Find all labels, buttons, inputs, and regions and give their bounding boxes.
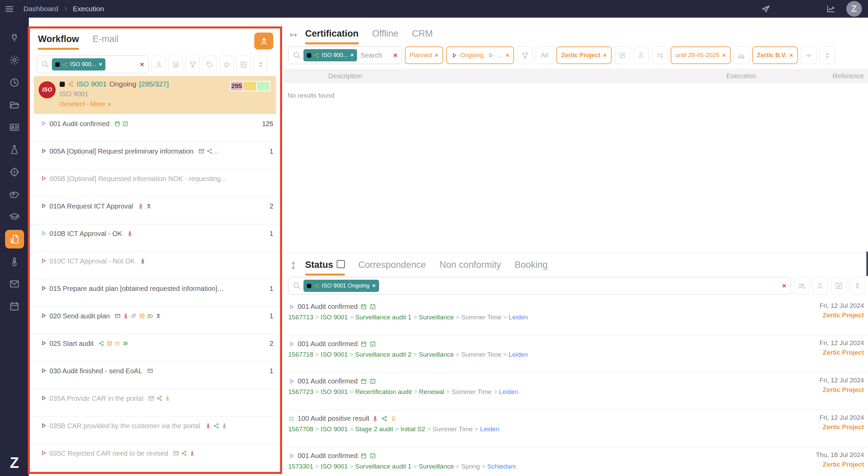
filter-button-trophy[interactable]	[517, 46, 533, 64]
workflow-row[interactable]: 005B [Optional] Requested information NO…	[30, 170, 280, 197]
remove-tag-icon[interactable]: ×	[372, 282, 376, 289]
menu-icon[interactable]	[5, 4, 14, 14]
sidebar-item-folder[interactable]	[5, 96, 24, 114]
breadcrumb-link[interactable]: Leiden	[509, 351, 528, 358]
sidebar-item-handshake[interactable]	[5, 185, 24, 204]
status-row[interactable]: 001 Audit confirmed1567723 > ISO 9001 > …	[284, 373, 868, 410]
filter-button-car[interactable]	[734, 46, 749, 64]
workflow-row[interactable]: 015 Prepare audit plan [obtained request…	[30, 279, 280, 307]
remove-filter-icon[interactable]: ×	[435, 52, 438, 59]
workflow-row[interactable]: 001 Audit confirmed125	[30, 115, 280, 142]
more-caret-icon[interactable]: ▼	[107, 102, 112, 107]
vertical-scrollbar[interactable]	[866, 252, 868, 276]
workflow-row[interactable]: 035B CAR provided by the customer via th…	[30, 417, 280, 444]
tab-workflow[interactable]: Workflow	[38, 34, 79, 50]
filter-button-person[interactable]	[633, 46, 649, 64]
workflow-row[interactable]: 025 Start audit2	[30, 334, 280, 362]
breadcrumb-link[interactable]: ISO 9001	[321, 314, 348, 321]
breadcrumb-link[interactable]: Spring	[461, 463, 480, 470]
filter-chip[interactable]: until 28-05-2025×	[671, 46, 731, 64]
breadcrumb-link[interactable]: Summer Time	[461, 314, 501, 321]
breadcrumb-link[interactable]: Surveillance audit 2	[355, 351, 412, 358]
tab-correspondence[interactable]: Correspondence	[358, 260, 426, 274]
status-row-project[interactable]: Zertic Project	[820, 312, 864, 319]
toolbar-button-star[interactable]	[219, 56, 234, 73]
status-row-project[interactable]: Zertic Project	[820, 386, 864, 394]
remove-tag-icon[interactable]: ×	[99, 61, 102, 68]
remove-tag-icon[interactable]: ×	[351, 52, 354, 59]
resize-panel-icon[interactable]	[289, 261, 298, 270]
breadcrumb-link[interactable]: Schiedam	[487, 463, 516, 470]
filter-button-dash-circle[interactable]	[801, 46, 816, 64]
sidebar-item-flask[interactable]	[5, 140, 24, 159]
tab-certification[interactable]: Certification	[305, 28, 359, 44]
sidebar-item-calendar[interactable]	[5, 297, 24, 316]
status-row[interactable]: 001 Audit confirmed1567713 > ISO 9001 > …	[284, 298, 868, 335]
toolbar-button-calendar-edit[interactable]	[831, 277, 847, 295]
breadcrumb-link[interactable]: 1567718	[288, 351, 313, 358]
toolbar-button-trophy[interactable]	[185, 56, 200, 73]
workflow-row[interactable]: 010C ICT Approval - Not OK	[30, 252, 280, 279]
breadcrumb-link[interactable]: Surveillance audit 1	[355, 314, 412, 321]
filter-button-shuffle[interactable]	[652, 46, 668, 64]
clear-search-icon[interactable]: ×	[393, 51, 397, 59]
breadcrumb-link[interactable]: Leiden	[509, 314, 528, 321]
sidebar-item-target[interactable]	[5, 163, 24, 181]
workflow-row[interactable]: 005A [Optional] Request preliminary info…	[30, 142, 280, 170]
tab-email[interactable]: E-mail	[93, 34, 119, 48]
breadcrumb-link[interactable]: Summer Time	[461, 351, 501, 358]
collapse-panel-icon[interactable]	[289, 31, 298, 39]
filter-tag-iso-ongoing[interactable]: ISO 9001 Ongoing ×	[303, 280, 379, 292]
status-select-checkbox[interactable]	[337, 260, 345, 268]
sidebar-item-certdoc[interactable]	[5, 230, 24, 249]
status-row[interactable]: 001 Audit confirmed1567718 > ISO 9001 > …	[284, 335, 868, 373]
certification-code[interactable]: ISO 9001	[77, 80, 107, 88]
deselect-link[interactable]: Deselect	[60, 100, 85, 107]
filter-chip[interactable]: Zertic Project×	[556, 46, 611, 64]
certification-search-input[interactable]: ISO 900... × Search ×	[288, 46, 402, 64]
breadcrumb-link[interactable]: 1567723	[288, 388, 313, 395]
sidebar-item-thermo[interactable]	[5, 252, 24, 271]
workflow-search-input[interactable]: ISO 900... × ×	[37, 56, 149, 73]
send-icon[interactable]	[761, 4, 770, 14]
workflow-row[interactable]: 030 Audit finished - send EoAL1	[30, 362, 280, 389]
tab-booking[interactable]: Booking	[515, 260, 548, 274]
status-row[interactable]: 001 Audit confirmed1573301 > ISO 9001 > …	[284, 447, 868, 476]
toolbar-button-person[interactable]	[812, 277, 828, 295]
sidebar-item-idcard[interactable]	[5, 118, 24, 137]
tab-offline[interactable]: Offline	[372, 28, 399, 42]
workflow-row[interactable]: 010B ICT Approval - OK1	[30, 224, 280, 252]
breadcrumb-link[interactable]: 1573301	[288, 463, 313, 470]
filter-tag-iso[interactable]: ISO 900... ×	[303, 49, 357, 61]
breadcrumb-link[interactable]: Stage 2 audit	[355, 425, 393, 433]
breadcrumb-link[interactable]: Surveillance	[419, 314, 454, 321]
remove-filter-icon[interactable]: ×	[722, 52, 726, 59]
breadcrumb-link[interactable]: Initial S2	[400, 425, 425, 433]
workflow-row[interactable]: 010A Request ICT Approval2	[30, 197, 280, 224]
sidebar-item-gradcap[interactable]	[5, 207, 24, 226]
workflow-row[interactable]: 035A Provide CAR in the portal	[30, 389, 280, 417]
breadcrumb-link[interactable]: 1567713	[288, 314, 313, 321]
filter-chip[interactable]: Planned×	[405, 46, 443, 64]
breadcrumb-link[interactable]: Recertification audit	[355, 388, 412, 395]
breadcrumb-link[interactable]: Surveillance audit 1	[355, 463, 412, 470]
breadcrumb-link[interactable]: Renewal	[419, 388, 444, 395]
toolbar-button-people[interactable]	[794, 277, 809, 295]
filter-button-pencil-sq[interactable]	[615, 46, 630, 64]
filter-chip[interactable]: Zertic B.V.×	[752, 46, 798, 64]
remove-filter-icon[interactable]: ×	[603, 52, 607, 59]
breadcrumb-link[interactable]: Summer Time	[452, 388, 492, 395]
breadcrumb-link[interactable]: 1567708	[288, 425, 313, 433]
tab-crm[interactable]: CRM	[412, 28, 433, 42]
breadcrumb-link[interactable]: ISO 9001	[321, 463, 348, 470]
status-row[interactable]: 100 Audit positive result1567708 > ISO 9…	[284, 410, 868, 447]
status-row-project[interactable]: Zertic Project	[820, 423, 864, 431]
breadcrumb-dashboard[interactable]: Dashboard	[23, 5, 58, 13]
filter-tag-iso[interactable]: ISO 900... ×	[52, 58, 105, 71]
filter-chip[interactable]: Ongoing,…×	[446, 46, 514, 64]
breadcrumb-link[interactable]: ISO 9001	[321, 425, 348, 433]
sidebar-item-envelope[interactable]	[5, 275, 24, 293]
toolbar-button-layers[interactable]	[169, 56, 183, 73]
remove-filter-icon[interactable]: ×	[506, 52, 509, 59]
breadcrumb-link[interactable]: Leiden	[499, 388, 518, 395]
